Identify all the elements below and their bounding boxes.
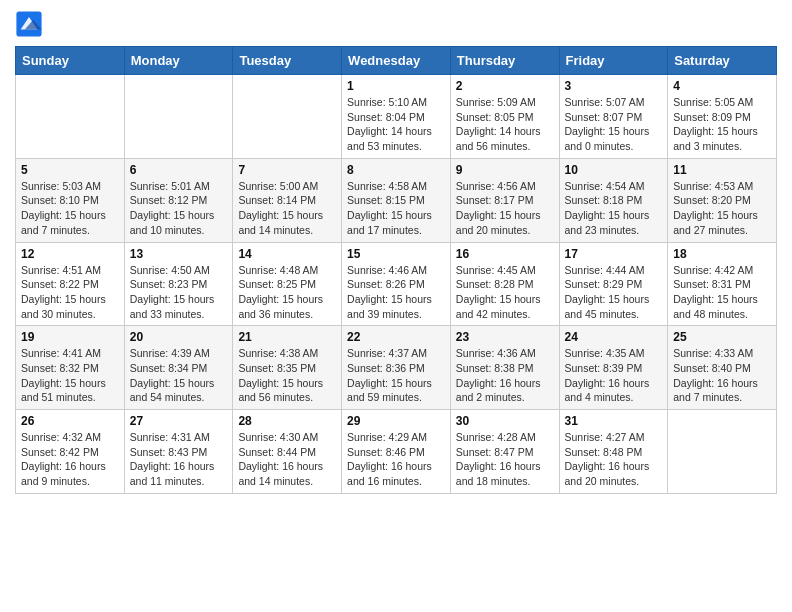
day-number: 12 [21, 247, 119, 261]
day-number: 24 [565, 330, 663, 344]
day-info: Sunrise: 4:46 AM Sunset: 8:26 PM Dayligh… [347, 263, 445, 322]
calendar-cell [668, 410, 777, 494]
calendar-table: SundayMondayTuesdayWednesdayThursdayFrid… [15, 46, 777, 494]
day-number: 6 [130, 163, 228, 177]
calendar-cell: 26Sunrise: 4:32 AM Sunset: 8:42 PM Dayli… [16, 410, 125, 494]
day-info: Sunrise: 4:33 AM Sunset: 8:40 PM Dayligh… [673, 346, 771, 405]
day-number: 23 [456, 330, 554, 344]
day-number: 29 [347, 414, 445, 428]
day-info: Sunrise: 4:28 AM Sunset: 8:47 PM Dayligh… [456, 430, 554, 489]
day-number: 9 [456, 163, 554, 177]
day-info: Sunrise: 4:27 AM Sunset: 8:48 PM Dayligh… [565, 430, 663, 489]
day-number: 28 [238, 414, 336, 428]
day-number: 19 [21, 330, 119, 344]
day-number: 15 [347, 247, 445, 261]
calendar-header-row: SundayMondayTuesdayWednesdayThursdayFrid… [16, 47, 777, 75]
day-number: 4 [673, 79, 771, 93]
page-header [15, 10, 777, 38]
calendar-cell: 9Sunrise: 4:56 AM Sunset: 8:17 PM Daylig… [450, 158, 559, 242]
day-info: Sunrise: 5:01 AM Sunset: 8:12 PM Dayligh… [130, 179, 228, 238]
day-info: Sunrise: 5:10 AM Sunset: 8:04 PM Dayligh… [347, 95, 445, 154]
day-number: 20 [130, 330, 228, 344]
calendar-cell: 24Sunrise: 4:35 AM Sunset: 8:39 PM Dayli… [559, 326, 668, 410]
day-number: 5 [21, 163, 119, 177]
day-number: 17 [565, 247, 663, 261]
day-info: Sunrise: 5:09 AM Sunset: 8:05 PM Dayligh… [456, 95, 554, 154]
calendar-cell: 19Sunrise: 4:41 AM Sunset: 8:32 PM Dayli… [16, 326, 125, 410]
day-info: Sunrise: 4:30 AM Sunset: 8:44 PM Dayligh… [238, 430, 336, 489]
calendar-cell: 14Sunrise: 4:48 AM Sunset: 8:25 PM Dayli… [233, 242, 342, 326]
day-info: Sunrise: 4:51 AM Sunset: 8:22 PM Dayligh… [21, 263, 119, 322]
day-number: 11 [673, 163, 771, 177]
day-info: Sunrise: 4:37 AM Sunset: 8:36 PM Dayligh… [347, 346, 445, 405]
calendar-cell: 10Sunrise: 4:54 AM Sunset: 8:18 PM Dayli… [559, 158, 668, 242]
day-number: 14 [238, 247, 336, 261]
calendar-cell: 29Sunrise: 4:29 AM Sunset: 8:46 PM Dayli… [342, 410, 451, 494]
calendar-cell: 20Sunrise: 4:39 AM Sunset: 8:34 PM Dayli… [124, 326, 233, 410]
calendar-cell: 3Sunrise: 5:07 AM Sunset: 8:07 PM Daylig… [559, 75, 668, 159]
calendar-cell: 16Sunrise: 4:45 AM Sunset: 8:28 PM Dayli… [450, 242, 559, 326]
day-number: 16 [456, 247, 554, 261]
day-number: 8 [347, 163, 445, 177]
calendar-cell: 2Sunrise: 5:09 AM Sunset: 8:05 PM Daylig… [450, 75, 559, 159]
calendar-cell: 4Sunrise: 5:05 AM Sunset: 8:09 PM Daylig… [668, 75, 777, 159]
day-info: Sunrise: 4:53 AM Sunset: 8:20 PM Dayligh… [673, 179, 771, 238]
calendar-week-row: 5Sunrise: 5:03 AM Sunset: 8:10 PM Daylig… [16, 158, 777, 242]
day-info: Sunrise: 5:05 AM Sunset: 8:09 PM Dayligh… [673, 95, 771, 154]
calendar-cell: 18Sunrise: 4:42 AM Sunset: 8:31 PM Dayli… [668, 242, 777, 326]
calendar-cell: 7Sunrise: 5:00 AM Sunset: 8:14 PM Daylig… [233, 158, 342, 242]
day-number: 22 [347, 330, 445, 344]
day-number: 2 [456, 79, 554, 93]
day-info: Sunrise: 4:35 AM Sunset: 8:39 PM Dayligh… [565, 346, 663, 405]
day-info: Sunrise: 5:00 AM Sunset: 8:14 PM Dayligh… [238, 179, 336, 238]
day-number: 10 [565, 163, 663, 177]
day-number: 27 [130, 414, 228, 428]
weekday-header-friday: Friday [559, 47, 668, 75]
day-info: Sunrise: 4:44 AM Sunset: 8:29 PM Dayligh… [565, 263, 663, 322]
calendar-cell: 28Sunrise: 4:30 AM Sunset: 8:44 PM Dayli… [233, 410, 342, 494]
calendar-cell: 17Sunrise: 4:44 AM Sunset: 8:29 PM Dayli… [559, 242, 668, 326]
calendar-week-row: 1Sunrise: 5:10 AM Sunset: 8:04 PM Daylig… [16, 75, 777, 159]
calendar-cell: 15Sunrise: 4:46 AM Sunset: 8:26 PM Dayli… [342, 242, 451, 326]
calendar-cell: 8Sunrise: 4:58 AM Sunset: 8:15 PM Daylig… [342, 158, 451, 242]
calendar-cell: 22Sunrise: 4:37 AM Sunset: 8:36 PM Dayli… [342, 326, 451, 410]
day-info: Sunrise: 4:41 AM Sunset: 8:32 PM Dayligh… [21, 346, 119, 405]
calendar-cell: 5Sunrise: 5:03 AM Sunset: 8:10 PM Daylig… [16, 158, 125, 242]
day-info: Sunrise: 4:58 AM Sunset: 8:15 PM Dayligh… [347, 179, 445, 238]
calendar-week-row: 19Sunrise: 4:41 AM Sunset: 8:32 PM Dayli… [16, 326, 777, 410]
day-number: 21 [238, 330, 336, 344]
day-info: Sunrise: 4:32 AM Sunset: 8:42 PM Dayligh… [21, 430, 119, 489]
day-number: 31 [565, 414, 663, 428]
weekday-header-thursday: Thursday [450, 47, 559, 75]
calendar-cell: 23Sunrise: 4:36 AM Sunset: 8:38 PM Dayli… [450, 326, 559, 410]
day-number: 13 [130, 247, 228, 261]
day-number: 18 [673, 247, 771, 261]
calendar-cell: 27Sunrise: 4:31 AM Sunset: 8:43 PM Dayli… [124, 410, 233, 494]
calendar-cell: 11Sunrise: 4:53 AM Sunset: 8:20 PM Dayli… [668, 158, 777, 242]
calendar-cell: 1Sunrise: 5:10 AM Sunset: 8:04 PM Daylig… [342, 75, 451, 159]
day-number: 7 [238, 163, 336, 177]
calendar-cell [124, 75, 233, 159]
calendar-cell [16, 75, 125, 159]
weekday-header-saturday: Saturday [668, 47, 777, 75]
day-info: Sunrise: 4:36 AM Sunset: 8:38 PM Dayligh… [456, 346, 554, 405]
day-info: Sunrise: 4:42 AM Sunset: 8:31 PM Dayligh… [673, 263, 771, 322]
day-info: Sunrise: 4:39 AM Sunset: 8:34 PM Dayligh… [130, 346, 228, 405]
day-number: 3 [565, 79, 663, 93]
calendar-cell: 30Sunrise: 4:28 AM Sunset: 8:47 PM Dayli… [450, 410, 559, 494]
day-info: Sunrise: 4:31 AM Sunset: 8:43 PM Dayligh… [130, 430, 228, 489]
calendar-cell: 25Sunrise: 4:33 AM Sunset: 8:40 PM Dayli… [668, 326, 777, 410]
weekday-header-sunday: Sunday [16, 47, 125, 75]
day-info: Sunrise: 5:03 AM Sunset: 8:10 PM Dayligh… [21, 179, 119, 238]
day-info: Sunrise: 5:07 AM Sunset: 8:07 PM Dayligh… [565, 95, 663, 154]
day-number: 26 [21, 414, 119, 428]
day-number: 25 [673, 330, 771, 344]
calendar-week-row: 12Sunrise: 4:51 AM Sunset: 8:22 PM Dayli… [16, 242, 777, 326]
day-info: Sunrise: 4:45 AM Sunset: 8:28 PM Dayligh… [456, 263, 554, 322]
day-info: Sunrise: 4:48 AM Sunset: 8:25 PM Dayligh… [238, 263, 336, 322]
calendar-cell: 21Sunrise: 4:38 AM Sunset: 8:35 PM Dayli… [233, 326, 342, 410]
day-number: 30 [456, 414, 554, 428]
calendar-week-row: 26Sunrise: 4:32 AM Sunset: 8:42 PM Dayli… [16, 410, 777, 494]
day-info: Sunrise: 4:50 AM Sunset: 8:23 PM Dayligh… [130, 263, 228, 322]
weekday-header-tuesday: Tuesday [233, 47, 342, 75]
